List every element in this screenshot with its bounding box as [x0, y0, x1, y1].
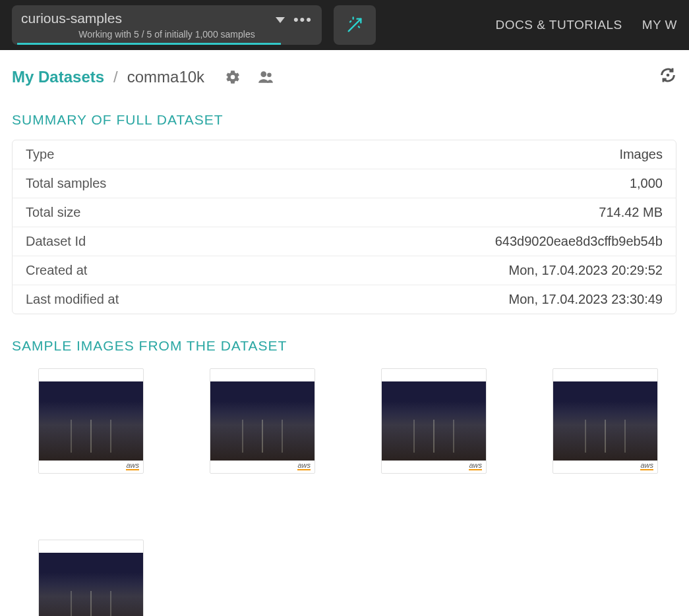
summary-row: Total samples 1,000	[13, 169, 676, 198]
people-icon[interactable]	[256, 69, 276, 86]
sample-thumbnail[interactable]: aws	[38, 368, 144, 474]
summary-row: Dataset Id 643d9020eae8d3cffb9eb54b	[13, 227, 676, 256]
summary-value: Mon, 17.04.2023 23:30:49	[508, 292, 663, 307]
sample-thumbnail[interactable]: aws	[38, 540, 144, 616]
main-content: My Datasets / comma10k SUMMARY OF FULL D…	[0, 50, 689, 616]
sample-thumbnails: aws aws aws aws aws	[12, 368, 677, 616]
magic-wand-button[interactable]	[334, 5, 376, 45]
summary-table: Type Images Total samples 1,000 Total si…	[12, 140, 676, 314]
gear-icon[interactable]	[224, 69, 241, 86]
aws-badge-icon: aws	[297, 462, 311, 470]
sample-thumbnail[interactable]: aws	[210, 368, 315, 474]
dataset-selector[interactable]: curious-samples Working with 5 / 5 of in…	[12, 5, 322, 45]
summary-value: 643d9020eae8d3cffb9eb54b	[495, 234, 663, 249]
progress-bar	[17, 43, 281, 45]
svg-point-2	[667, 74, 670, 77]
selector-title: curious-samples	[21, 11, 313, 26]
summary-value: Images	[619, 147, 663, 162]
summary-row: Created at Mon, 17.04.2023 20:29:52	[13, 256, 676, 285]
summary-label: Type	[26, 147, 54, 162]
samples-section-title: SAMPLE IMAGES FROM THE DATASET	[12, 338, 677, 354]
thumbnail-image	[382, 381, 486, 461]
breadcrumb-root[interactable]: My Datasets	[12, 68, 104, 86]
summary-label: Dataset Id	[26, 234, 86, 249]
summary-row: Last modified at Mon, 17.04.2023 23:30:4…	[13, 285, 676, 314]
aws-badge-icon: aws	[469, 462, 482, 470]
magic-wand-icon	[345, 16, 364, 34]
summary-value: 714.42 MB	[599, 205, 663, 220]
refresh-icon[interactable]	[659, 66, 677, 84]
breadcrumb-name: comma10k	[127, 68, 204, 86]
svg-point-1	[267, 73, 272, 78]
summary-label: Total size	[26, 205, 80, 220]
summary-label: Created at	[26, 263, 87, 278]
sample-thumbnail[interactable]: aws	[381, 368, 487, 474]
thumbnail-image	[210, 381, 315, 461]
summary-value: 1,000	[630, 176, 663, 191]
svg-point-0	[261, 71, 267, 77]
summary-row: Total size 714.42 MB	[13, 198, 676, 227]
sample-thumbnail[interactable]: aws	[553, 368, 658, 474]
aws-badge-icon: aws	[126, 462, 139, 470]
chevron-down-icon[interactable]	[276, 17, 285, 23]
summary-row: Type Images	[13, 140, 676, 169]
summary-label: Last modified at	[26, 292, 119, 307]
summary-section-title: SUMMARY OF FULL DATASET	[12, 112, 677, 128]
summary-label: Total samples	[26, 176, 106, 191]
top-nav: DOCS & TUTORIALS MY W	[496, 18, 677, 32]
summary-value: Mon, 17.04.2023 20:29:52	[508, 263, 663, 278]
breadcrumb: My Datasets / comma10k	[12, 66, 677, 88]
thumbnail-image	[553, 381, 657, 461]
thumbnail-image	[39, 381, 143, 461]
aws-badge-icon: aws	[640, 462, 653, 470]
thumbnail-image	[39, 553, 143, 616]
selector-subtext: Working with 5 / 5 of initially 1,000 sa…	[21, 29, 313, 40]
top-bar: curious-samples Working with 5 / 5 of in…	[0, 0, 689, 50]
nav-docs[interactable]: DOCS & TUTORIALS	[496, 18, 622, 32]
nav-my[interactable]: MY W	[642, 18, 677, 32]
breadcrumb-sep: /	[113, 68, 118, 86]
